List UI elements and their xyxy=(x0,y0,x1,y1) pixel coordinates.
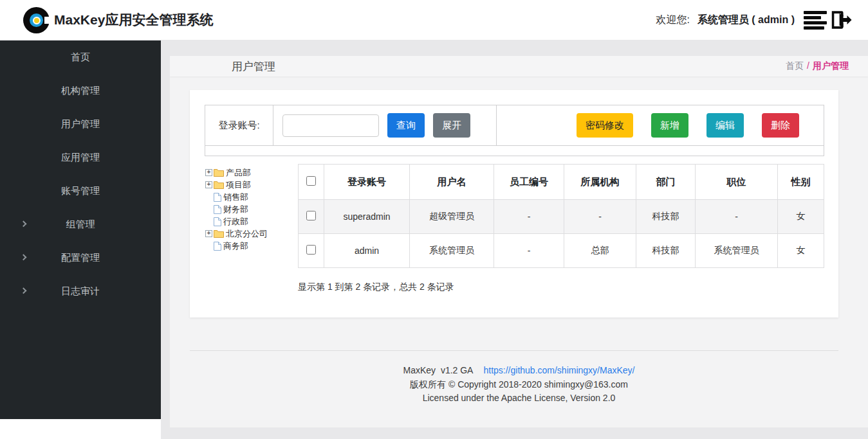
row-checkbox-cell xyxy=(299,200,324,234)
tree-node[interactable]: +产品部 xyxy=(205,166,298,179)
sidebar-item-org-management[interactable]: 机构管理 xyxy=(0,74,161,107)
table-row[interactable]: superadmin超级管理员--科技部-女 xyxy=(299,200,824,234)
sidebar-item-account-management[interactable]: 账号管理 xyxy=(0,174,161,208)
search-form-extra-row xyxy=(205,145,824,156)
footer-copyright: 版权所有 © Copyright 2018-2020 shimingxy@163… xyxy=(170,378,868,392)
tree-node-label: 财务部 xyxy=(223,204,248,215)
menu-list-icon[interactable] xyxy=(804,11,827,30)
folder-icon xyxy=(214,181,224,189)
chevron-right-icon xyxy=(21,220,27,227)
sidebar-item-label: 用户管理 xyxy=(61,118,100,130)
table-header-row: 登录账号用户名员工编号所属机构部门职位性别 xyxy=(299,165,824,200)
breadcrumb-current: 用户管理 xyxy=(813,60,849,71)
tree-node[interactable]: 销售部 xyxy=(205,191,298,203)
row-checkbox[interactable] xyxy=(306,211,316,220)
tree-node-label: 产品部 xyxy=(226,167,251,179)
logout-icon[interactable] xyxy=(829,10,853,30)
table-cell: - xyxy=(696,200,778,234)
table-cell: 女 xyxy=(778,234,824,268)
column-header: 用户名 xyxy=(410,165,494,200)
folder-icon xyxy=(214,168,224,177)
brand: MaxKey应用安全管理系统 xyxy=(22,5,213,35)
tree-node[interactable]: 财务部 xyxy=(205,203,298,215)
plus-expander-icon[interactable]: + xyxy=(205,230,212,237)
chevron-right-icon xyxy=(21,287,27,294)
table-cell: - xyxy=(564,200,636,234)
tree-node-label: 北京分公司 xyxy=(226,228,268,240)
column-header: 所属机构 xyxy=(564,165,636,200)
breadcrumb-separator: / xyxy=(807,60,809,71)
column-header: 员工编号 xyxy=(494,165,564,200)
footer-github-link[interactable]: https://github.com/shimingxy/MaxKey/ xyxy=(483,365,634,375)
table-cell: superadmin xyxy=(324,200,410,234)
breadcrumb-home[interactable]: 首页 xyxy=(786,60,804,71)
sidebar-item-user-management[interactable]: 用户管理 xyxy=(0,107,161,141)
top-header: MaxKey应用安全管理系统 欢迎您: 系统管理员 ( admin ) xyxy=(0,0,868,40)
column-header: 职位 xyxy=(696,165,778,200)
plus-expander-icon[interactable]: + xyxy=(205,181,212,188)
sidebar-item-log-audit[interactable]: 日志审计 xyxy=(0,274,161,308)
current-user: 系统管理员 ( admin ) xyxy=(697,13,795,27)
table-cell: - xyxy=(494,200,564,234)
content-row: +产品部+项目部销售部财务部行政部+北京分公司商务部 登录账号用户名员工编号所属… xyxy=(205,164,824,293)
sidebar-item-label: 账号管理 xyxy=(61,185,100,197)
sidebar-item-label: 组管理 xyxy=(66,219,95,231)
query-button[interactable]: 查询 xyxy=(387,113,425,138)
sidebar-item-label: 机构管理 xyxy=(61,85,100,97)
plus-expander-icon[interactable]: + xyxy=(205,169,212,176)
welcome-label: 欢迎您: xyxy=(656,13,689,27)
sidebar-item-config-management[interactable]: 配置管理 xyxy=(0,241,161,274)
chevron-right-icon xyxy=(21,254,27,260)
table-row[interactable]: admin系统管理员-总部科技部系统管理员女 xyxy=(299,234,824,268)
search-form: 登录账号: 查询 展开 密码修改 新增 编辑 删除 xyxy=(205,105,824,156)
page-titlebar: 用户管理 首页/用户管理 xyxy=(170,56,868,76)
sidebar-item-label: 首页 xyxy=(71,51,90,64)
row-checkbox[interactable] xyxy=(306,245,316,255)
records-summary: 显示第 1 到第 2 条记录，总共 2 条记录 xyxy=(298,282,824,293)
table-cell: 系统管理员 xyxy=(696,234,778,268)
select-all-header-cell xyxy=(299,165,324,200)
table-cell: 总部 xyxy=(564,234,636,268)
table-cell: 科技部 xyxy=(636,200,696,234)
file-icon xyxy=(214,193,221,202)
tree-node-label: 项目部 xyxy=(226,179,251,191)
column-header: 部门 xyxy=(636,165,696,200)
table-cell: admin xyxy=(324,234,410,268)
users-table: 登录账号用户名员工编号所属机构部门职位性别 superadmin超级管理员--科… xyxy=(298,164,824,268)
page-region: 用户管理 首页/用户管理 登录账号: 查询 展开 密码修改 xyxy=(170,56,868,427)
sidebar-item-label: 应用管理 xyxy=(61,152,100,164)
password-modify-button[interactable]: 密码修改 xyxy=(577,113,633,138)
main-area: 用户管理 首页/用户管理 登录账号: 查询 展开 密码修改 xyxy=(161,40,868,439)
footer-divider xyxy=(190,350,838,351)
column-header: 登录账号 xyxy=(324,165,410,200)
tree-node-label: 行政部 xyxy=(223,216,248,228)
column-header: 性别 xyxy=(778,165,824,200)
add-button[interactable]: 新增 xyxy=(651,113,688,138)
file-icon xyxy=(214,205,221,214)
sidebar-item-app-management[interactable]: 应用管理 xyxy=(0,141,161,174)
expand-button[interactable]: 展开 xyxy=(433,113,470,138)
folder-icon xyxy=(214,229,224,238)
login-account-input[interactable] xyxy=(282,114,379,137)
tree-node[interactable]: 行政部 xyxy=(205,215,298,228)
sidebar-item-home[interactable]: 首页 xyxy=(0,40,161,74)
table-cell: 女 xyxy=(778,200,824,234)
table-cell: 科技部 xyxy=(636,234,696,268)
tree-node[interactable]: +北京分公司 xyxy=(205,228,298,240)
header-right: 欢迎您: 系统管理员 ( admin ) xyxy=(656,10,853,30)
page-footer: MaxKey v1.2 GAhttps://github.com/shiming… xyxy=(170,364,868,406)
tree-node-label: 销售部 xyxy=(223,192,248,203)
file-icon xyxy=(214,242,221,251)
sidebar-item-group-management[interactable]: 组管理 xyxy=(0,208,161,241)
edit-button[interactable]: 编辑 xyxy=(706,113,744,138)
delete-button[interactable]: 删除 xyxy=(762,113,799,138)
file-icon xyxy=(214,217,221,226)
org-tree: +产品部+项目部销售部财务部行政部+北京分公司商务部 xyxy=(205,164,298,293)
select-all-checkbox[interactable] xyxy=(306,176,316,186)
users-table-wrap: 登录账号用户名员工编号所属机构部门职位性别 superadmin超级管理员--科… xyxy=(298,164,824,293)
tree-node[interactable]: 商务部 xyxy=(205,240,298,252)
tree-node-label: 商务部 xyxy=(223,240,248,252)
table-cell: 超级管理员 xyxy=(410,200,494,234)
tree-node[interactable]: +项目部 xyxy=(205,179,298,191)
sidebar-item-label: 配置管理 xyxy=(61,252,100,264)
